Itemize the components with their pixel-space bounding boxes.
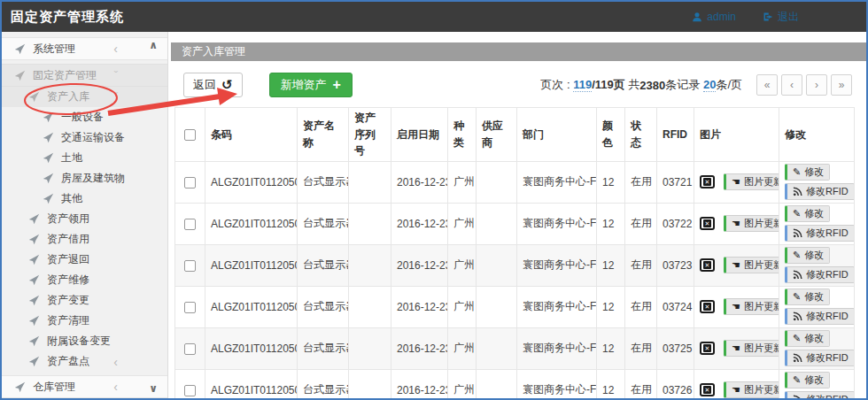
rss-icon	[793, 353, 802, 363]
sidebar-scroll-up-icon[interactable]: ∧	[146, 39, 160, 51]
plane-icon	[43, 152, 54, 164]
add-asset-button[interactable]: 新增资产 +	[269, 73, 353, 97]
sidebar-item[interactable]: 交通运输设备	[2, 127, 167, 148]
sidebar-item-label: 资产领用	[47, 212, 89, 227]
sidebar-item-label: 资产变更	[47, 293, 89, 308]
cell-select	[175, 244, 205, 286]
image-update-button[interactable]: ☚ 图片更新	[724, 257, 779, 273]
cell-select	[175, 161, 205, 203]
pager: « ‹ › »	[756, 74, 852, 96]
sidebar-item[interactable]: 附属设备变更	[2, 331, 167, 351]
header-name: 资产名称	[298, 108, 349, 162]
edit-rfid-button[interactable]: 修改RFID	[785, 350, 855, 366]
row-checkbox[interactable]	[184, 385, 196, 396]
edit-button[interactable]: ✎ 修改	[785, 164, 830, 181]
image-update-label: 图片更新	[744, 300, 779, 313]
sidebar-item[interactable]: 资产退回	[2, 250, 167, 270]
row-checkbox[interactable]	[184, 219, 196, 230]
row-checkbox[interactable]	[184, 260, 196, 272]
sidebar-item[interactable]: 其他	[2, 188, 167, 209]
image-update-button[interactable]: ☚ 图片更新	[724, 173, 779, 190]
sidebar-item[interactable]: 固定资产管理 ˇ	[2, 64, 167, 87]
hand-icon: ☚	[732, 177, 740, 187]
edit-button[interactable]: ✎ 修改	[785, 330, 830, 347]
sidebar-item[interactable]: 资产入库 ˇ	[2, 87, 167, 107]
pager-next-button[interactable]: ›	[806, 74, 827, 96]
edit-rfid-label: 修改RFID	[806, 310, 849, 323]
image-update-label: 图片更新	[744, 258, 779, 272]
cell-edit: ✎ 修改 修改RFID	[779, 327, 855, 369]
edit-rfid-button[interactable]: 修改RFID	[785, 225, 855, 242]
sidebar-item[interactable]: 系统管理 ‹	[2, 37, 167, 60]
sidebar-item[interactable]: 资产清理	[2, 311, 167, 331]
edit-label: 修改	[804, 373, 824, 387]
current-page-link[interactable]: 119	[573, 78, 592, 92]
edit-button[interactable]: ✎ 修改	[785, 372, 830, 388]
cell-barcode: ALGZ01IT0112050014	[205, 161, 298, 203]
pagination-info: 页次 : 119/119页 共2380条记录 20条/页	[540, 77, 742, 93]
edit-rfid-button[interactable]: 修改RFID	[785, 183, 855, 200]
select-all-checkbox[interactable]	[184, 129, 196, 141]
section-title-bar: 资产入库管理	[171, 42, 866, 61]
sidebar-item[interactable]: 资产变更	[2, 290, 167, 311]
sidebar-item[interactable]: 资产领用	[2, 209, 167, 229]
rss-icon	[793, 228, 802, 238]
plane-icon	[28, 295, 40, 306]
cell-barcode: ALGZ01IT0112050018	[205, 327, 298, 369]
sidebar-item[interactable]: 一般设备	[2, 107, 167, 127]
logout-link[interactable]: 退出	[763, 10, 799, 25]
main-panel: 资产入库管理 返回 ↺ 新增资产 + 页次 : 119/119页 共2380条记…	[168, 32, 866, 398]
pager-prev-icon: ‹	[790, 79, 794, 91]
sidebar-scroll-down-icon[interactable]: ∨	[146, 382, 160, 395]
row-checkbox[interactable]	[184, 302, 196, 313]
assets-table: 条码 资产名称 资产序列号 启用日期 种类 供应商 部门 颜色 状态 RFID …	[174, 107, 855, 398]
pager-last-button[interactable]: »	[831, 74, 852, 96]
edit-rfid-button[interactable]: 修改RFID	[785, 391, 855, 398]
sidebar-item-label: 资产借用	[47, 232, 89, 247]
app-window: 固定资产管理系统 admin 退出 系统管理 ‹	[0, 0, 868, 400]
cell-name: 台式显示器	[298, 244, 349, 286]
image-update-label: 图片更新	[744, 383, 779, 396]
sidebar-item[interactable]: 土地	[2, 148, 167, 168]
edit-button[interactable]: ✎ 修改	[785, 205, 830, 222]
cell-status: 在用	[625, 369, 657, 398]
pager-first-icon: «	[764, 79, 771, 91]
sidebar-item[interactable]: 资产维修	[2, 270, 167, 290]
header-status: 状态	[625, 108, 657, 162]
edit-button[interactable]: ✎ 修改	[785, 288, 830, 305]
row-checkbox[interactable]	[184, 177, 196, 188]
back-button[interactable]: 返回 ↺	[183, 73, 243, 97]
chevron-icon: ‹	[113, 356, 118, 368]
user-icon	[692, 12, 702, 22]
cell-category: 广州	[448, 244, 477, 286]
image-update-button[interactable]: ☚ 图片更新	[724, 381, 779, 398]
image-update-button[interactable]: ☚ 图片更新	[724, 340, 779, 357]
edit-rfid-button[interactable]: 修改RFID	[785, 266, 855, 283]
edit-button[interactable]: ✎ 修改	[785, 247, 830, 264]
cell-color: 12	[597, 203, 625, 244]
image-update-button[interactable]: ☚ 图片更新	[724, 215, 779, 232]
cell-image: ✕ ☚ 图片更新	[694, 244, 779, 286]
header-edit: 修改	[779, 108, 855, 162]
sidebar-item[interactable]: 资产盘点 ‹	[2, 351, 167, 372]
plane-icon	[43, 132, 54, 143]
edit-rfid-button[interactable]: 修改RFID	[785, 308, 855, 325]
plane-icon	[43, 173, 54, 184]
per-page-link[interactable]: 20	[703, 78, 716, 92]
chevron-icon: ‹	[113, 381, 118, 393]
cell-barcode: ALGZ01IT0112050019	[205, 369, 298, 398]
sidebar-item[interactable]: 房屋及建筑物	[2, 168, 167, 188]
cell-name: 台式显示器	[298, 286, 349, 327]
pager-first-button[interactable]: «	[756, 74, 778, 96]
sidebar-item[interactable]: 资产借用	[2, 229, 167, 250]
records-pre: 共	[625, 77, 640, 93]
plane-icon	[28, 335, 40, 347]
cell-department: 寰图商务中心-F08	[517, 244, 597, 286]
image-update-button[interactable]: ☚ 图片更新	[724, 298, 779, 315]
sidebar-item-label: 一般设备	[61, 110, 104, 125]
pager-prev-button[interactable]: ‹	[781, 74, 802, 96]
edit-icon: ✎	[793, 167, 801, 177]
user-menu-link[interactable]: admin	[692, 11, 736, 23]
row-checkbox[interactable]	[184, 343, 196, 355]
sidebar-item[interactable]: 仓库管理 ‹	[2, 375, 167, 398]
